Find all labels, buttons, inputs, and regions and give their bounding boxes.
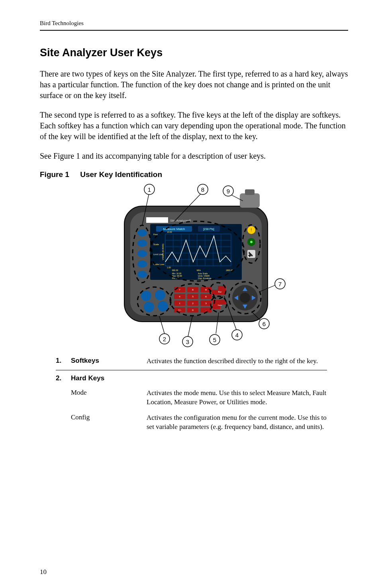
svg-text:Disp: Envelope: Disp: Envelope bbox=[198, 277, 212, 279]
table-row: 1. Softkeys Activates the function descr… bbox=[56, 354, 327, 369]
svg-text:!: ! bbox=[251, 228, 252, 232]
svg-text:[238 Pts]: [238 Pts] bbox=[203, 228, 214, 231]
row-num bbox=[56, 413, 71, 432]
svg-text:Esc: Esc bbox=[218, 291, 222, 293]
svg-text:4: 4 bbox=[235, 332, 239, 338]
row-desc: Activates the function described directl… bbox=[147, 357, 327, 366]
svg-text:4: 4 bbox=[179, 295, 180, 298]
svg-point-46 bbox=[137, 250, 147, 257]
svg-text:Scale: Scale bbox=[153, 243, 159, 246]
svg-point-47 bbox=[137, 260, 147, 267]
svg-text:7: 7 bbox=[278, 281, 282, 287]
table-row: Mode Activates the mode menu. Use this t… bbox=[56, 385, 327, 410]
figure-caption: Figure 1 User Key Identification bbox=[40, 170, 348, 179]
row-desc: Activates the mode menu. Use this to sel… bbox=[147, 389, 327, 407]
svg-text:9: 9 bbox=[227, 188, 230, 195]
device-svg: Site Analyzer® Measure Match [238 Pts] V… bbox=[94, 182, 294, 350]
page-number: 10 bbox=[40, 568, 47, 576]
svg-point-51 bbox=[144, 302, 154, 312]
svg-text:1: 1 bbox=[148, 186, 151, 193]
running-header: Bird Technologies bbox=[40, 20, 348, 31]
key-table: 1. Softkeys Activates the function descr… bbox=[56, 354, 327, 435]
svg-text:9: 9 bbox=[205, 288, 207, 291]
figure-illustration: Site Analyzer® Measure Match [238 Pts] V… bbox=[40, 182, 348, 350]
svg-text:MHz: MHz bbox=[197, 269, 201, 271]
svg-point-45 bbox=[137, 240, 147, 247]
paragraph-3: See Figure 1 and its accompanying table … bbox=[40, 151, 348, 161]
svg-point-49 bbox=[141, 291, 151, 301]
svg-text:8: 8 bbox=[201, 186, 204, 193]
svg-text:3: 3 bbox=[205, 302, 207, 305]
svg-text:5: 5 bbox=[213, 336, 216, 343]
divider bbox=[56, 370, 327, 370]
svg-text:2: 2 bbox=[192, 302, 194, 305]
row-num: 2. bbox=[56, 374, 71, 382]
svg-text:5: 5 bbox=[192, 295, 194, 298]
figure-title: User Key Identification bbox=[80, 170, 162, 179]
paragraph-1: There are two types of keys on the Site … bbox=[40, 69, 348, 101]
svg-text:Limit Line: Limit Line bbox=[153, 253, 163, 256]
table-row: Config Activates the configuration menu … bbox=[56, 410, 327, 435]
svg-text:6: 6 bbox=[262, 321, 266, 327]
svg-rect-4 bbox=[146, 217, 168, 223]
table-row: 2. Hard Keys bbox=[56, 371, 327, 385]
svg-text:.: . bbox=[206, 309, 206, 312]
svg-point-80 bbox=[240, 293, 250, 303]
row-desc bbox=[147, 374, 327, 382]
svg-text:1.00: 1.00 bbox=[167, 266, 171, 269]
row-num: 1. bbox=[56, 357, 71, 366]
row-label: Softkeys bbox=[71, 357, 147, 366]
figure-number: Figure 1 bbox=[40, 170, 69, 179]
svg-point-42 bbox=[250, 241, 253, 243]
svg-point-48 bbox=[137, 271, 147, 278]
svg-text:Enter: Enter bbox=[218, 304, 222, 306]
paragraph-2: The second type is referred to as a soft… bbox=[40, 110, 348, 142]
svg-text:+/-: +/- bbox=[178, 309, 182, 312]
svg-text:3: 3 bbox=[186, 338, 189, 345]
svg-point-52 bbox=[158, 301, 168, 311]
svg-text:VSWR (0.00/D): VSWR (0.00/D) bbox=[162, 244, 164, 260]
svg-text:8: 8 bbox=[192, 288, 194, 291]
row-desc: Activates the configuration menu for the… bbox=[147, 413, 327, 432]
row-label: Hard Keys bbox=[71, 374, 147, 382]
svg-rect-2 bbox=[240, 193, 260, 208]
svg-text:7: 7 bbox=[179, 288, 180, 291]
svg-text:6: 6 bbox=[205, 295, 207, 298]
section-heading: Site Analyzer User Keys bbox=[40, 47, 348, 59]
svg-text:0: 0 bbox=[192, 309, 194, 312]
svg-rect-3 bbox=[245, 189, 255, 195]
svg-text:2: 2 bbox=[163, 336, 166, 342]
svg-text:800.00: 800.00 bbox=[172, 269, 178, 271]
row-sublabel: Config bbox=[71, 413, 147, 432]
svg-text:10.00: 10.00 bbox=[167, 231, 172, 233]
svg-point-50 bbox=[155, 290, 165, 300]
svg-text:1: 1 bbox=[179, 302, 180, 305]
svg-point-44 bbox=[137, 229, 147, 236]
row-sublabel: Mode bbox=[71, 389, 147, 407]
row-num bbox=[56, 389, 71, 407]
